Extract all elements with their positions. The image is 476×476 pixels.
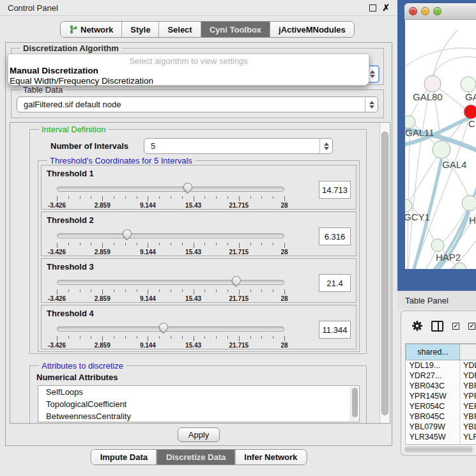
tab-jactivemnodules[interactable]: jActiveMNodules: [270, 22, 354, 37]
slider-track[interactable]: [57, 233, 284, 238]
network-node[interactable]: [454, 263, 466, 269]
network-node[interactable]: [431, 239, 444, 252]
tab-select[interactable]: Select: [158, 22, 200, 37]
slider-tick-labels: -3.4262.8599.14415.4321.71528: [57, 342, 284, 348]
tab-network[interactable]: Network: [61, 22, 121, 37]
table-row[interactable]: YBL079WYBL0: [406, 422, 476, 432]
threshold-label: Threshold 3: [47, 262, 94, 272]
network-node[interactable]: [462, 196, 476, 211]
attributes-group: Attributes to discretize Numerical Attri…: [29, 365, 367, 424]
tab-infer-network-label: Infer Network: [244, 452, 297, 462]
panel-vertical-scrollbar[interactable]: [380, 123, 390, 423]
threshold-value-input[interactable]: [319, 274, 351, 292]
combo-stepper-icon[interactable]: [319, 139, 332, 153]
threshold-slider[interactable]: -3.4262.8599.14415.4321.71528: [57, 322, 284, 348]
attributes-group-title: Attributes to discretize: [39, 361, 126, 371]
tab-infer-network[interactable]: Infer Network: [234, 450, 306, 464]
threshold-label: Threshold 2: [47, 215, 94, 225]
interval-definition-title: Interval Definition: [39, 125, 108, 134]
algorithm-dropdown-popup: Select algorithm to view settings Manual…: [8, 54, 369, 86]
threshold-slider[interactable]: -3.4262.8599.14415.4321.71528: [57, 229, 284, 254]
list-item[interactable]: TopologicalCoefficient: [38, 398, 359, 410]
network-node-label: GAL4: [442, 159, 466, 170]
checkbox-icon[interactable]: ✓: [452, 323, 459, 330]
minimize-light-icon[interactable]: [421, 7, 429, 15]
table-row[interactable]: YIL052CYIL0: [406, 442, 476, 445]
panel-title: Control Panel: [8, 3, 58, 13]
threshold-row: Threshold 1 -3.4262.8599.14415.4321.7152…: [41, 165, 357, 210]
tab-network-label: Network: [81, 25, 113, 35]
threshold-row: Threshold 3 -3.4262.8599.14415.4321.7152…: [41, 258, 357, 303]
thresholds-group-title: Threshold's Coordinates for 5 Intervals: [47, 156, 195, 165]
tab-cyni-toolbox-label: Cyni Toolbox: [210, 25, 261, 35]
list-item[interactable]: BetweennessCentrality: [38, 410, 359, 422]
network-node[interactable]: [405, 199, 412, 212]
network-node[interactable]: [464, 105, 476, 119]
slider-tick-labels: -3.4262.8599.14415.4321.71528: [57, 202, 284, 208]
threshold-value-input[interactable]: [319, 321, 351, 339]
tab-cyni-toolbox[interactable]: Cyni Toolbox: [201, 22, 270, 37]
network-node[interactable]: [461, 77, 476, 92]
zoom-light-icon[interactable]: [433, 7, 441, 15]
list-vertical-scrollbar[interactable]: [350, 387, 358, 421]
slider-track[interactable]: [57, 187, 284, 192]
node-table-body: YDL19...YDL1YDR27...YDR2YBR043CYBR0YPR14…: [406, 360, 476, 445]
dropdown-option-equal-width[interactable]: Equal Width/Frequency Discretization: [8, 76, 369, 86]
table-row[interactable]: YDL19...YDL1: [406, 360, 476, 371]
list-item[interactable]: SelfLoops: [38, 386, 359, 398]
table-toolbar: ✓ ✓: [401, 311, 476, 341]
column-layout-icon[interactable]: [431, 321, 443, 332]
cyni-toolbox-panel: Discretization Algorithm Table Data galF…: [5, 42, 392, 446]
network-node[interactable]: [405, 116, 415, 128]
close-icon[interactable]: ✗: [382, 4, 390, 12]
table-data-select[interactable]: galFiltered.sif default node: [17, 96, 378, 112]
table-row[interactable]: YPR145WYPR1: [406, 391, 476, 401]
slider-track[interactable]: [57, 326, 284, 332]
table-panel-title: Table Panel: [405, 296, 449, 305]
tab-select-label: Select: [167, 25, 192, 35]
network-window-titlebar[interactable]: [404, 3, 476, 20]
scrollbar-thumb[interactable]: [405, 447, 472, 452]
column-header-name[interactable]: n: [460, 344, 476, 360]
dropdown-option-manual[interactable]: Manual Discretization: [8, 66, 369, 76]
combo-stepper-icon[interactable]: [365, 97, 378, 112]
table-row[interactable]: YBR043CYBR0: [406, 381, 476, 391]
network-canvas[interactable]: GAL80GACGAL11GAL4GCY1HHAP2: [405, 20, 476, 269]
threshold-label: Threshold 1: [47, 169, 94, 178]
table-row[interactable]: YBR045CYBR0: [406, 411, 476, 422]
thresholds-group: Threshold's Coordinates for 5 Intervals …: [38, 160, 360, 352]
numerical-attributes-list[interactable]: SelfLoops TopologicalCoefficient Between…: [38, 385, 360, 422]
threshold-value-input[interactable]: [319, 181, 351, 199]
threshold-slider[interactable]: -3.4262.8599.14415.4321.71528: [57, 275, 284, 301]
table-row[interactable]: YDR27...YDR2: [406, 371, 476, 381]
horizontal-scrollbar[interactable]: [404, 446, 474, 453]
tab-discretize-data[interactable]: Discretize Data: [157, 450, 234, 464]
network-node-label: GA: [465, 91, 476, 102]
settings-gear-icon[interactable]: [412, 321, 422, 331]
number-of-intervals-select[interactable]: 5: [144, 138, 333, 154]
table-row[interactable]: YER054CYER0: [406, 401, 476, 411]
tab-impute-data[interactable]: Impute Data: [91, 450, 157, 464]
apply-button[interactable]: Apply: [178, 427, 220, 442]
table-panel-header: Table Panel: [397, 291, 476, 309]
network-view-window: GAL80GACGAL11GAL4GCY1HHAP2: [397, 0, 476, 291]
table-data-title: Table Data: [20, 85, 65, 95]
network-node-label: GAL80: [413, 91, 443, 102]
slider-ticks: [57, 196, 284, 201]
table-data-group: Table Data galFiltered.sif default node: [11, 89, 384, 118]
tab-style[interactable]: Style: [121, 22, 158, 37]
threshold-row: Threshold 2 -3.4262.8599.14415.4321.7152…: [41, 211, 357, 256]
network-node[interactable]: [424, 75, 441, 92]
network-node[interactable]: [433, 141, 450, 158]
table-row[interactable]: YLR345WYLR3: [406, 432, 476, 442]
slider-track[interactable]: [57, 280, 284, 285]
number-of-intervals-value: 5: [151, 141, 155, 151]
float-window-icon[interactable]: [369, 4, 376, 12]
scrollbar-thumb[interactable]: [381, 132, 388, 415]
threshold-slider[interactable]: -3.4262.8599.14415.4321.71528: [57, 182, 284, 208]
threshold-value-input[interactable]: [319, 227, 351, 245]
close-light-icon[interactable]: [409, 7, 417, 15]
column-header-shared[interactable]: shared...: [406, 344, 460, 360]
node-table: shared... n YDL19...YDL1YDR27...YDR2YBR0…: [405, 343, 476, 445]
checkbox-icon[interactable]: ✓: [468, 323, 475, 330]
